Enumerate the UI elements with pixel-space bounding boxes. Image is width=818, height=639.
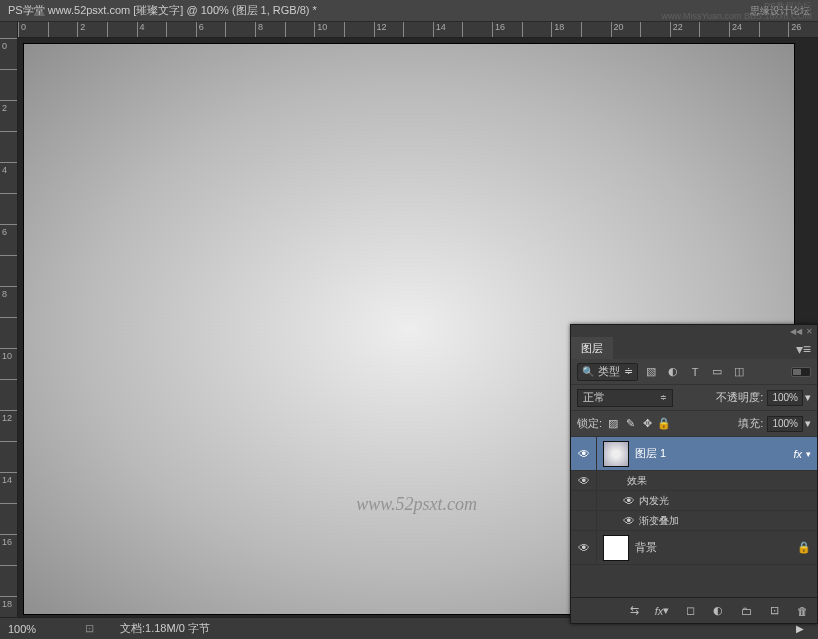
link-layers-icon[interactable]: ⇆ bbox=[623, 601, 645, 621]
chevron-down-icon: ≑ bbox=[660, 393, 667, 402]
layer-name[interactable]: 背景 bbox=[635, 540, 797, 555]
filter-toggle[interactable] bbox=[791, 367, 811, 377]
filter-pixel-icon[interactable]: ▧ bbox=[642, 363, 660, 381]
visibility-toggle-icon[interactable]: 👁 bbox=[578, 447, 590, 461]
layers-list: 👁 图层 1 fx ▾ 👁 效果 👁 内发光 👁 渐变叠加 👁 背景 bbox=[571, 437, 817, 597]
layer-name[interactable]: 图层 1 bbox=[635, 446, 793, 461]
ruler-vertical[interactable]: 024681012141618 bbox=[0, 22, 18, 617]
status-menu-arrow[interactable]: ▶ bbox=[796, 623, 810, 634]
collapse-icon[interactable]: ◀◀ bbox=[790, 327, 802, 336]
close-icon[interactable]: ✕ bbox=[806, 327, 813, 336]
chevron-down-icon[interactable]: ▾ bbox=[806, 449, 811, 459]
status-widget-icon[interactable]: ⊡ bbox=[74, 622, 104, 635]
effect-name: 渐变叠加 bbox=[635, 514, 811, 528]
search-icon: 🔍 bbox=[582, 366, 594, 377]
filter-type-dropdown[interactable]: 🔍 类型 ≑ bbox=[577, 363, 638, 381]
layer-style-icon[interactable]: fx▾ bbox=[651, 601, 673, 621]
chevron-down-icon[interactable]: ▾ bbox=[805, 391, 811, 404]
panel-top-bar: ◀◀ ✕ bbox=[571, 325, 817, 337]
visibility-toggle-icon[interactable]: 👁 bbox=[578, 474, 590, 488]
chevron-down-icon: ≑ bbox=[624, 365, 633, 378]
lock-all-icon[interactable]: 🔒 bbox=[657, 417, 671, 430]
lock-buttons: ▨ ✎ ✥ 🔒 bbox=[606, 417, 671, 430]
lock-label: 锁定: bbox=[577, 416, 602, 431]
layer-row[interactable]: 👁 图层 1 fx ▾ bbox=[571, 437, 817, 471]
blend-mode-dropdown[interactable]: 正常 ≑ bbox=[577, 389, 673, 407]
opacity-label: 不透明度: bbox=[716, 390, 763, 405]
layer-thumbnail[interactable] bbox=[603, 535, 629, 561]
effects-label: 效果 bbox=[623, 474, 811, 488]
opacity-spinner[interactable]: 100% ▾ bbox=[767, 390, 811, 406]
layers-panel: ◀◀ ✕ 图层 ▾≡ 🔍 类型 ≑ ▧ ◐ T ▭ ◫ 正常 ≑ 不透明度: 1… bbox=[570, 324, 818, 624]
effect-name: 内发光 bbox=[635, 494, 811, 508]
document-title: PS学堂 www.52psxt.com [璀璨文字] @ 100% (图层 1,… bbox=[8, 3, 750, 18]
canvas-watermark: www.52psxt.com bbox=[356, 494, 477, 515]
lock-fill-row: 锁定: ▨ ✎ ✥ 🔒 填充: 100% ▾ bbox=[571, 411, 817, 437]
opacity-value[interactable]: 100% bbox=[767, 390, 803, 406]
zoom-level[interactable]: 100% bbox=[8, 623, 68, 635]
filter-type-icon[interactable]: T bbox=[686, 363, 704, 381]
fill-label: 填充: bbox=[738, 416, 763, 431]
layer-row[interactable]: 👁 背景 🔒 bbox=[571, 531, 817, 565]
fill-value[interactable]: 100% bbox=[767, 416, 803, 432]
watermark-corner: PS教程论坛 www.MissYuan.com BBS.16xx8.COM bbox=[661, 2, 812, 22]
filter-type-label: 类型 bbox=[598, 364, 620, 379]
layer-effects-header[interactable]: 👁 效果 bbox=[571, 471, 817, 491]
delete-layer-icon[interactable]: 🗑 bbox=[791, 601, 813, 621]
filter-adjustment-icon[interactable]: ◐ bbox=[664, 363, 682, 381]
filter-shape-icon[interactable]: ▭ bbox=[708, 363, 726, 381]
filter-smart-icon[interactable]: ◫ bbox=[730, 363, 748, 381]
fill-spinner[interactable]: 100% ▾ bbox=[767, 416, 811, 432]
lock-transparent-icon[interactable]: ▨ bbox=[606, 417, 620, 430]
visibility-toggle-icon[interactable]: 👁 bbox=[623, 494, 635, 508]
lock-position-icon[interactable]: ✥ bbox=[640, 417, 654, 430]
adjustment-layer-icon[interactable]: ◐ bbox=[707, 601, 729, 621]
layer-effect-item[interactable]: 👁 内发光 bbox=[571, 491, 817, 511]
lock-icon: 🔒 bbox=[797, 541, 811, 554]
visibility-toggle-icon[interactable]: 👁 bbox=[578, 541, 590, 555]
new-group-icon[interactable]: 🗀 bbox=[735, 601, 757, 621]
document-info[interactable]: 文档:1.18M/0 字节 bbox=[120, 621, 210, 636]
layer-thumbnail[interactable] bbox=[603, 441, 629, 467]
fx-badge[interactable]: fx bbox=[793, 448, 802, 460]
blend-opacity-row: 正常 ≑ 不透明度: 100% ▾ bbox=[571, 385, 817, 411]
blend-mode-value: 正常 bbox=[583, 390, 605, 405]
panel-tabs: 图层 ▾≡ bbox=[571, 337, 817, 359]
new-layer-icon[interactable]: ⊡ bbox=[763, 601, 785, 621]
tab-layers[interactable]: 图层 bbox=[571, 337, 613, 359]
lock-pixels-icon[interactable]: ✎ bbox=[623, 417, 637, 430]
chevron-down-icon[interactable]: ▾ bbox=[805, 417, 811, 430]
layer-mask-icon[interactable]: ◻ bbox=[679, 601, 701, 621]
visibility-toggle-icon[interactable]: 👁 bbox=[623, 514, 635, 528]
layer-effect-item[interactable]: 👁 渐变叠加 bbox=[571, 511, 817, 531]
layers-panel-footer: ⇆ fx▾ ◻ ◐ 🗀 ⊡ 🗑 bbox=[571, 597, 817, 623]
layer-filter-row: 🔍 类型 ≑ ▧ ◐ T ▭ ◫ bbox=[571, 359, 817, 385]
ruler-horizontal[interactable]: 02468101214161820222426 bbox=[18, 22, 818, 38]
panel-menu-icon[interactable]: ▾≡ bbox=[790, 337, 817, 359]
